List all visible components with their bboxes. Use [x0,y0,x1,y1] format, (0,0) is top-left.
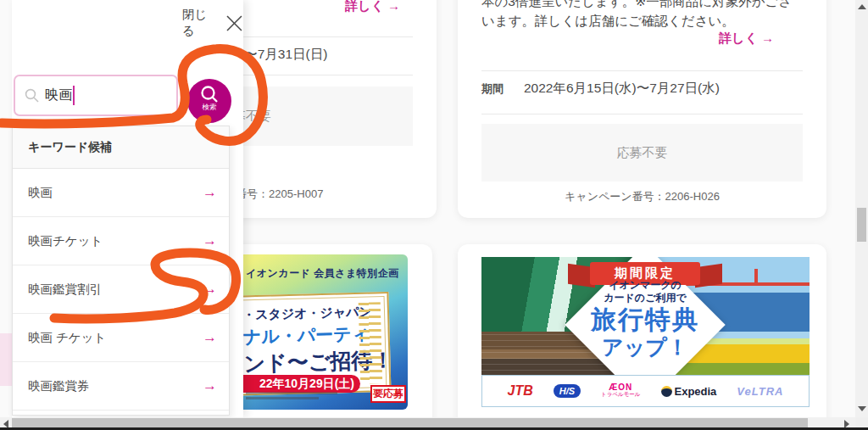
arrow-right-icon: → [203,377,217,394]
page: 詳しく→ )〜7月31日(日) 応募不要 キャンペーン番号：2205-H007 … [0,0,868,430]
aeon-logo-text: ÆON [601,384,640,391]
suggestion-item-eiga-kansho-waribiki[interactable]: 映画鑑賞割引 → [13,265,229,314]
scroll-down-arrow[interactable] [858,406,866,411]
text-caret [73,86,75,105]
divider [481,114,803,114]
scrollbar-corner [855,417,868,427]
details-link-label: 詳しく [719,31,758,45]
arrow-right-icon: → [761,31,774,45]
expedia-logo: Expedia [661,385,717,398]
suggestion-label: 映画鑑賞割引 [28,282,102,298]
jtb-logo: JTB [508,383,533,399]
close-button[interactable]: 閉じる [182,7,243,39]
diamond-line2: カードのご利用で [563,292,727,304]
divider [481,70,803,71]
fine-print-line [246,397,319,399]
ticket-line1: ・スタジオ・ジャパン [242,304,372,323]
campaign-card-bottom-right: 期間限定 イオンマークの カードのご利用で 旅行特典 アップ！ JTB H/S … [458,244,826,430]
entry-not-required-label: 応募不要 [617,145,668,161]
search-icon [25,88,39,103]
fine-print-line [246,392,337,394]
search-button[interactable]: 検索 [187,79,231,123]
suggestion-item-eiga-space-ticket[interactable]: 映画 チケット → [13,314,229,362]
travel-campaign-banner[interactable]: 期間限定 イオンマークの カードのご利用で 旅行特典 アップ！ JTB H/S … [481,257,810,407]
ticket-stub-lines [359,302,383,384]
suggestion-item-eiga-ticket[interactable]: 映画チケット → [13,217,229,265]
diamond-line3: 旅行特典 [563,304,727,335]
search-input-value: 映画 [45,87,72,104]
arrow-right-icon: → [387,0,400,13]
page-background-band [0,333,12,386]
details-link[interactable]: 詳しく→ [345,0,400,14]
aeon-logo-subtext: トラベルモール [601,391,640,398]
diamond-text-block: イオンマークの カードのご利用で 旅行特典 アップ！ [563,279,727,359]
suggestion-item-eiga[interactable]: 映画 → [13,169,229,217]
campaign-description-line1: 本の3倍進呈いたします。※一部商品に対象外がござ [481,0,792,11]
period-label: 期間 [481,81,504,97]
suggestion-item-eiga-kansho-ken[interactable]: 映画鑑賞券 → [13,362,229,410]
event-date: 22年10月29日(土) [259,377,354,392]
entry-not-required-box: 応募不要 [481,124,803,181]
scroll-up-arrow[interactable] [858,4,866,9]
details-link-label: 詳しく [345,0,384,13]
arrow-right-icon: → [203,232,217,249]
keyword-suggestions-dropdown: キーワード候補 映画 → 映画チケット → 映画鑑賞割引 → 映画 チケット →… [12,126,230,416]
ticket-line2: ナル・パーティ [242,321,370,349]
suggestion-label: 映画チケット [28,233,103,249]
travel-partner-logos: JTB H/S ÆON トラベルモール Expedia VeLTRA [481,375,810,407]
arrow-right-icon: → [203,329,217,346]
search-button-icon [199,84,220,104]
period-row: 期間 2022年6月15日(水)〜7月27日(水) [481,80,803,98]
arrow-right-icon: → [203,281,217,298]
suggestion-label: 映画鑑賞券 [28,378,90,394]
his-logo: H/S [554,384,581,398]
search-input[interactable]: 映画 [14,75,178,116]
details-link[interactable]: 詳しく→ [719,31,774,47]
expedia-logo-text: Expedia [675,385,717,398]
campaign-number: キャンペーン番号：2206-H026 [458,189,826,204]
veltra-logo: VeLTRA [737,385,783,398]
diamond-line1: イオンマークの [563,279,727,292]
entry-required-badge: 要応募 [370,385,406,403]
arrow-right-icon: → [203,184,217,201]
search-overlay-panel: 閉じる 映画 検索 キーワード候補 映画 → [12,0,243,417]
suggestions-header: キーワード候補 [13,126,229,169]
suggestion-label: 映画 チケット [28,330,106,346]
search-button-label: 検索 [203,103,217,113]
bridge-tower [754,269,758,286]
campaign-card-top-right: 本の3倍進呈いたします。※一部商品に対象外がござ います。詳しくは店舗にご確認く… [458,0,826,218]
campaign-description-line2: います。詳しくは店舗にご確認ください。 [481,13,735,31]
campaign-period: 2022年6月15日(水)〜7月27日(水) [524,80,720,98]
suggestion-label: 映画 [28,185,53,201]
vertical-scrollbar-thumb[interactable] [857,208,866,242]
close-icon [225,14,243,32]
close-button-label: 閉じる [182,7,220,39]
banner-header: イオンカード 会員さま特別企画 [246,266,399,281]
campaign-period: )〜7月31日(日) [240,46,327,64]
expedia-globe-icon [661,386,672,397]
aeon-travel-mall-logo: ÆON トラベルモール [601,384,640,398]
diamond-line4: アップ！ [563,335,727,359]
